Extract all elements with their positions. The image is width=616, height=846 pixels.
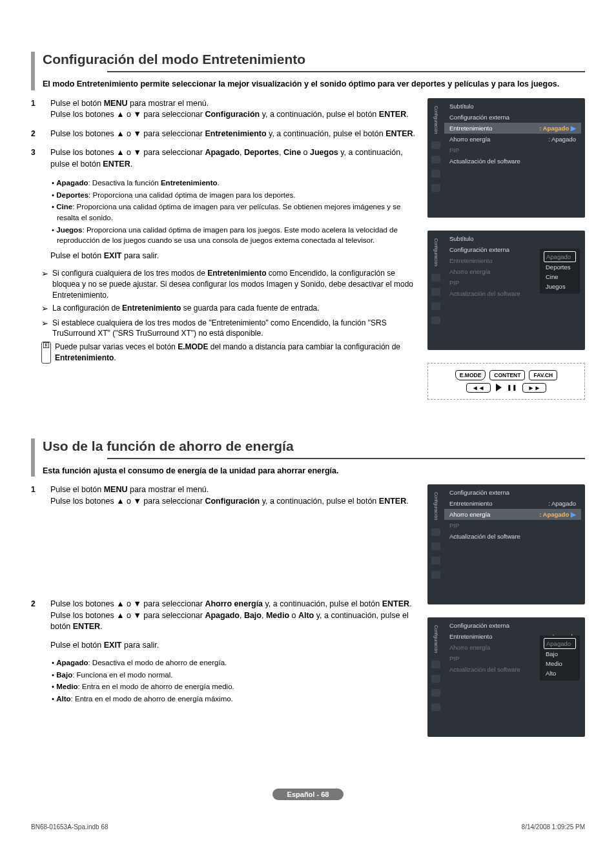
osd-popup-options: ApagadoDeportesCineJuegos <box>540 249 580 294</box>
osd-sidebar: Configuración <box>427 233 444 324</box>
osd-row-label: PIP <box>449 147 459 154</box>
step-num: 3 <box>31 147 40 170</box>
bullet: Juegos: Proporciona una calidad óptima d… <box>52 225 418 246</box>
note-text: Si configura cualquiera de los tres modo… <box>52 268 418 300</box>
osd-popup-option: Deportes <box>544 262 576 272</box>
osd-row-label: PIP <box>449 522 459 529</box>
osd-row-label: Ahorro energía <box>449 511 490 518</box>
osd-side-icon <box>431 170 440 178</box>
osd-sidebar: Configuración <box>427 101 444 192</box>
osd-popup-option: Medio <box>544 659 576 668</box>
osd-row-label: Ahorro energía <box>449 268 490 275</box>
osd-row-label: Configuración externa <box>449 114 509 121</box>
osd-row: Subtítulo <box>444 101 581 112</box>
note: ➢Si establece cualquiera de los tres mod… <box>41 318 418 340</box>
bullet: Cine: Proporciona una calidad óptima de … <box>52 201 418 223</box>
osd-side-icon <box>431 571 440 579</box>
osd-body: SubtítuloConfiguración externaEntretenim… <box>444 101 585 192</box>
section1-title: Configuración del modo Entretenimiento <box>43 52 585 67</box>
step-num: 2 <box>31 599 40 633</box>
osd-side-icon <box>431 302 440 310</box>
arrow-icon: ▶ <box>569 511 576 518</box>
exit-note: Pulse el botón EXIT para salir. <box>50 251 418 260</box>
osd-row-label: Ahorro energía <box>449 136 490 143</box>
osd-row: Actualización del software <box>444 531 581 542</box>
bullet: Apagado: Desactiva la función Entretenim… <box>52 178 418 189</box>
osd-popup-option: Apagado <box>544 638 576 649</box>
section-energy-saving: Uso de la función de ahorro de energía E… <box>31 438 585 750</box>
osd-row-label: Configuración externa <box>449 622 509 629</box>
osd-side-icon <box>431 703 440 711</box>
step-2: 2 Pulse los botones ▲ o ▼ para seleccion… <box>31 599 418 633</box>
note-icon: ➢ <box>41 268 48 300</box>
osd-row-value: : Apagado ▶ <box>539 125 576 132</box>
step-text: Pulse el botón MENU para mostrar el menú… <box>50 484 418 507</box>
bullet: Apagado: Desactiva el modo de ahorro de … <box>52 657 418 668</box>
osd-panel-config-entertainment: Configuración SubtítuloConfiguración ext… <box>427 98 585 218</box>
osd-popup-options: ApagadoBajoMedioAlto <box>540 635 580 681</box>
osd-side-icon <box>431 288 440 296</box>
osd-side-icon <box>431 528 440 536</box>
bullet: Bajo: Funciona en el modo normal. <box>52 670 418 681</box>
osd-row: Subtítulo <box>444 233 581 244</box>
osd-row-label: Subtítulo <box>449 235 474 242</box>
note-icon: ➢ <box>41 318 48 340</box>
note-remote: 🅁Puede pulsar varias veces el botón E.MO… <box>41 342 418 364</box>
remote-btn-pause: ❚❚ <box>507 384 517 391</box>
remote-btn-rewind: ◄◄ <box>466 383 491 393</box>
section1-bullets: Apagado: Desactiva la función Entretenim… <box>52 178 418 246</box>
osd-row-label: Subtítulo <box>449 103 474 110</box>
step-num: 2 <box>31 129 40 140</box>
osd-row-label: Ahorro energía <box>449 644 490 651</box>
osd-row-value: : Apagado ▶ <box>539 511 576 518</box>
osd-panel-config-energy: Configuración Configuración externaEntre… <box>427 484 585 604</box>
section-entertainment-mode: Configuración del modo Entretenimiento E… <box>31 52 585 400</box>
osd-row-value: : Apagado <box>548 500 576 507</box>
osd-panel-entertainment-options: Configuración SubtítuloConfiguración ext… <box>427 231 585 350</box>
section1-body: 1 Pulse el botón MENU para mostrar el me… <box>31 98 418 400</box>
osd-sidebar: Configuración <box>427 487 444 578</box>
section2-bullets: Apagado: Desactiva el modo de ahorro de … <box>52 657 418 705</box>
note-text: Si establece cualquiera de los tres modo… <box>52 318 418 340</box>
osd-popup-option: Alto <box>544 668 576 678</box>
osd-row-label: Entretenimiento <box>449 125 493 132</box>
osd-popup-option: Juegos <box>544 282 576 291</box>
osd-row-label: PIP <box>449 279 459 286</box>
osd-side-icon <box>431 557 440 564</box>
osd-row-label: Actualización del software <box>449 290 520 297</box>
step-3: 3 Pulse los botones ▲ o ▼ para seleccion… <box>31 147 418 170</box>
osd-row: Ahorro energía: Apagado ▶ <box>444 509 581 520</box>
osd-row: Actualización del software <box>444 156 581 167</box>
osd-row: Configuración externa <box>444 112 581 123</box>
osd-sidebar: Configuración <box>427 620 444 711</box>
osd-side-icon <box>431 274 440 282</box>
osd-side-icon <box>431 141 440 149</box>
osd-side-label: Configuración <box>434 105 438 135</box>
osd-side-label: Configuración <box>434 237 438 267</box>
osd-row-label: Actualización del software <box>449 533 520 540</box>
osd-side-icon <box>431 689 440 697</box>
bullet: Alto: Entra en el modo de ahorro de ener… <box>52 694 418 705</box>
section1-heading-block: Configuración del modo Entretenimiento E… <box>31 52 585 90</box>
osd-row-label: Entretenimiento <box>449 633 493 640</box>
exit-note: Pulse el botón EXIT para salir. <box>50 641 418 650</box>
footer-left: BN68-01653A-Spa.indb 68 <box>31 823 108 831</box>
osd-side-icon <box>431 661 440 668</box>
section2-figures: Configuración Configuración externaEntre… <box>427 484 585 749</box>
osd-row: Entretenimiento: Apagado ▶ <box>444 123 581 134</box>
section2-title: Uso de la función de ahorro de energía <box>43 438 585 454</box>
osd-popup-option: Apagado <box>544 251 576 262</box>
step-num: 1 <box>31 484 40 507</box>
note-text: Puede pulsar varias veces el botón E.MOD… <box>55 342 418 364</box>
section2-body: 1 Pulse el botón MENU para mostrar el me… <box>31 484 418 749</box>
osd-row-value: : Apagado <box>548 136 576 143</box>
title-rule <box>107 458 585 459</box>
remote-btn-forward: ►► <box>522 383 547 393</box>
osd-row: Entretenimiento: Apagado <box>444 498 581 509</box>
osd-body: Configuración externaEntretenimiento: Ap… <box>444 487 585 578</box>
note: ➢Si configura cualquiera de los tres mod… <box>41 268 418 300</box>
osd-row: PIP <box>444 520 581 531</box>
step-1: 1 Pulse el botón MENU para mostrar el me… <box>31 98 418 121</box>
osd-side-label: Configuración <box>434 624 438 654</box>
step-text: Pulse el botón MENU para mostrar el menú… <box>50 98 418 121</box>
